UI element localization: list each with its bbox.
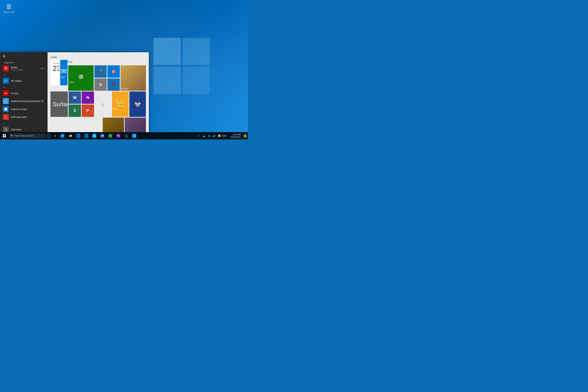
app-3d-viewer[interactable]: ⬡ 3D Viewer bbox=[0, 77, 48, 85]
calc-small-icon: ⊞ bbox=[99, 82, 102, 87]
tile-powerpoint[interactable]: P bbox=[82, 104, 94, 117]
svg-rect-7 bbox=[3, 134, 4, 136]
word-icon: W bbox=[73, 95, 77, 100]
section-c: C bbox=[0, 121, 48, 126]
taskbar-twitter-icon: 🐦 bbox=[132, 134, 136, 138]
film-icon: 🎬 bbox=[98, 69, 103, 74]
king-icon: 👑 bbox=[116, 98, 125, 107]
taskbar-app-word[interactable]: W bbox=[98, 132, 106, 140]
tile-surface[interactable]: Surface bbox=[50, 92, 68, 117]
clock-time: 2:34 PM bbox=[232, 134, 241, 136]
cortana-button[interactable]: ○ bbox=[45, 132, 52, 140]
alarms-icon: 🕐 bbox=[3, 106, 9, 112]
tile-excel[interactable]: X bbox=[68, 104, 81, 117]
calendar-tile-date: 23 bbox=[53, 64, 57, 72]
taskbar-app-twitter[interactable]: 🐦 bbox=[130, 132, 138, 140]
svg-rect-2 bbox=[154, 67, 181, 94]
netflix-name: Netflix bbox=[11, 66, 23, 69]
notification-button[interactable]: 🔔 bbox=[242, 132, 248, 140]
access-icon: Aε bbox=[3, 90, 9, 96]
3d-viewer-name: 3D Viewer bbox=[11, 80, 22, 82]
taskbar-app-mail[interactable]: ✉ bbox=[82, 132, 90, 140]
cortana-icon: ○ bbox=[47, 134, 51, 138]
tiles-play-section: Play ⊕ Xbox 🎬 🎯 bbox=[68, 60, 146, 91]
svg-rect-1 bbox=[182, 38, 210, 65]
section-hash: # bbox=[0, 72, 48, 77]
xbox-tile-icon: ⊕ bbox=[78, 73, 84, 80]
tray-chevron[interactable]: ▲ bbox=[196, 132, 202, 140]
onenote-icon: N bbox=[86, 95, 89, 100]
surface-tile-text: Surface bbox=[53, 101, 68, 108]
taskbar-app-skype[interactable]: S bbox=[90, 132, 98, 140]
tile-mail[interactable]: ✉ Mail bbox=[60, 60, 68, 85]
netflix-subtitle: Click to install bbox=[11, 69, 23, 71]
tray-lang[interactable]: ENG bbox=[222, 132, 227, 140]
tile-word[interactable]: W bbox=[68, 92, 81, 104]
taskbar-app-excel[interactable]: X bbox=[106, 132, 114, 140]
clock-date: 2019-05-23 bbox=[230, 136, 241, 138]
taskbar-app-store[interactable]: 🛍 bbox=[74, 132, 82, 140]
search-icon: 🔍 bbox=[10, 134, 14, 137]
app-adobe-photoshop[interactable]: ◎ Adobe Photoshop Elements 15 bbox=[0, 97, 48, 105]
tile-webcam[interactable]: 🎥 bbox=[108, 78, 120, 91]
ms-office-tiles: W N X P bbox=[68, 92, 94, 117]
tray-cloud[interactable]: ☁ bbox=[202, 132, 206, 140]
tile-king[interactable]: 👑 King bbox=[112, 92, 128, 117]
app-netflix[interactable]: N Netflix Click to install Free bbox=[0, 64, 48, 72]
windows-logo-desktop bbox=[154, 38, 212, 96]
start-button[interactable] bbox=[0, 132, 9, 140]
tile-calendar[interactable]: Thursday 23 bbox=[50, 60, 60, 85]
task-view-icon: ⧉ bbox=[54, 134, 56, 138]
recycle-bin[interactable]: 🗑 Recycle Bin bbox=[2, 2, 16, 14]
taskbar-steam-icon: ♨ bbox=[124, 134, 128, 138]
task-view-button[interactable]: ⧉ bbox=[52, 132, 58, 140]
app-access[interactable]: Aε Access bbox=[0, 89, 48, 97]
powerpoint-icon: P bbox=[86, 108, 89, 113]
svg-rect-8 bbox=[4, 134, 6, 136]
app-appmark[interactable]: A APPmark 2018 bbox=[0, 113, 48, 121]
tile-disney-magic[interactable]: 🐭 bbox=[130, 92, 146, 117]
tile-xbox[interactable]: ⊕ Xbox bbox=[68, 65, 94, 91]
netflix-icon: N bbox=[3, 66, 9, 71]
disney-tile-icon: 🐭 bbox=[134, 101, 141, 108]
adobe-ps-name: Adobe Photoshop Elements 15 bbox=[11, 100, 43, 102]
tile-march-of-empires[interactable]: March of Em... bbox=[103, 118, 124, 132]
taskbar-fileexplorer-icon: 📁 bbox=[68, 134, 72, 138]
appmark-name: APPmark 2018 bbox=[11, 116, 27, 118]
3d-viewer-icon: ⬡ bbox=[3, 78, 9, 84]
netflix-badge: Free bbox=[40, 67, 45, 70]
svg-rect-3 bbox=[182, 67, 210, 94]
taskbar-clock[interactable]: 2:34 PM 2019-05-23 bbox=[228, 132, 242, 140]
start-menu-tiles-panel: Create Thursday 23 ✉ Mail Play bbox=[48, 52, 149, 132]
tile-hidden-city[interactable]: Hidden City bbox=[125, 118, 146, 132]
tray-volume[interactable]: 🔊 bbox=[212, 132, 217, 140]
taskbar-app-onenote[interactable]: N bbox=[114, 132, 122, 140]
taskbar-app-steam[interactable]: ♨ bbox=[122, 132, 130, 140]
taskbar-app-edge[interactable]: e bbox=[58, 132, 66, 140]
app-alarms-clock[interactable]: 🕐 Alarms & Clock bbox=[0, 105, 48, 113]
start-hamburger-button[interactable]: ☰ bbox=[0, 52, 48, 60]
tile-get-windows[interactable]: ↓ bbox=[95, 92, 111, 117]
tile-target[interactable]: 🎯 bbox=[108, 65, 120, 78]
start-menu-left-panel: ☰ Suggested N Netflix Click to install F… bbox=[0, 52, 48, 132]
tray-network[interactable]: 📶 bbox=[217, 132, 222, 140]
taskbar-app-fileexplorer[interactable]: 📁 bbox=[66, 132, 74, 140]
taskbar-edge-icon: e bbox=[60, 134, 64, 138]
tray-printer[interactable]: 🖨 bbox=[206, 132, 212, 140]
webcam-icon: 🎥 bbox=[112, 82, 116, 86]
tile-film[interactable]: 🎬 bbox=[94, 65, 107, 78]
app-calculator[interactable]: ⊞ Calculator bbox=[0, 126, 48, 132]
start-menu: ☰ Suggested N Netflix Click to install F… bbox=[0, 52, 149, 132]
excel-icon: X bbox=[74, 108, 76, 113]
small-tiles-grid: 🎬 🎯 ⊞ 🎥 bbox=[94, 65, 120, 91]
tile-photos[interactable]: Photos bbox=[120, 65, 146, 91]
get-arrow-icon: ↓ bbox=[102, 101, 104, 108]
taskbar-search[interactable]: 🔍 Type here to search bbox=[9, 133, 45, 138]
svg-rect-10 bbox=[4, 136, 6, 138]
mail-tile-icon: ✉ bbox=[61, 67, 67, 75]
tile-onenote[interactable]: N bbox=[82, 92, 94, 104]
tiles-row-march: March of Em... Hidden City bbox=[103, 118, 146, 132]
svg-line-5 bbox=[181, 65, 212, 67]
tile-calc-small[interactable]: ⊞ bbox=[94, 78, 107, 91]
calculator-name: Calculator bbox=[11, 128, 22, 131]
